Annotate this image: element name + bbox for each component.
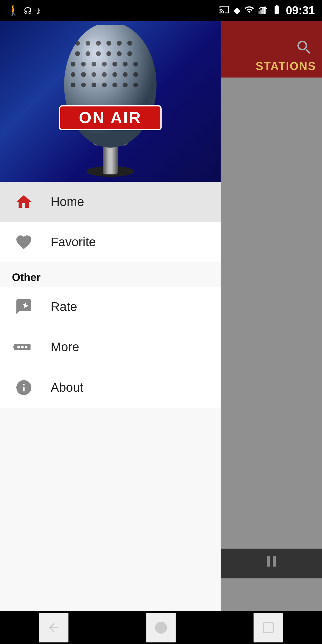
menu-item-home[interactable]: Home — [0, 182, 221, 222]
location-icon: ◆ — [233, 6, 240, 16]
navigation-drawer: ON AIR Home — [0, 21, 221, 611]
app-container: ON AIR Home — [0, 21, 322, 611]
stations-label: STATIONS — [256, 60, 316, 73]
menu-item-favorite[interactable]: Favorite — [0, 222, 221, 262]
home-button[interactable] — [146, 613, 176, 643]
svg-point-43 — [133, 83, 138, 87]
svg-text:ON AIR: ON AIR — [79, 109, 142, 126]
status-bar: 🚶 ☊ ♪ ◆ 09:31 — [0, 0, 322, 21]
rate-label: Rate — [51, 300, 77, 314]
svg-point-20 — [106, 51, 111, 56]
navigation-bar — [0, 611, 322, 644]
svg-point-14 — [106, 41, 111, 46]
menu-list: Home Favorite Other — [0, 182, 221, 611]
svg-point-16 — [127, 41, 132, 46]
svg-point-36 — [133, 72, 138, 77]
svg-rect-0 — [258, 11, 260, 14]
svg-point-38 — [81, 83, 86, 87]
svg-point-35 — [123, 72, 128, 77]
home-icon — [12, 190, 36, 214]
wifi-icon — [244, 4, 254, 17]
svg-point-22 — [127, 51, 132, 56]
heart-icon — [12, 230, 36, 254]
svg-point-17 — [75, 51, 80, 56]
svg-point-52 — [155, 622, 167, 634]
more-icon — [12, 335, 36, 359]
svg-point-21 — [117, 51, 122, 56]
right-panel: STATIONS — [221, 21, 322, 611]
svg-rect-1 — [260, 10, 262, 14]
svg-point-41 — [112, 83, 117, 87]
menu-item-more[interactable]: More — [0, 327, 221, 367]
hero-banner: ON AIR — [0, 21, 221, 182]
svg-rect-53 — [264, 623, 273, 633]
status-left-icons: 🚶 ☊ ♪ — [7, 4, 41, 16]
svg-point-30 — [71, 72, 75, 77]
favorite-label: Favorite — [51, 235, 96, 249]
other-section-header: Other — [0, 262, 221, 287]
svg-point-50 — [21, 346, 24, 349]
right-panel-body — [221, 78, 322, 611]
svg-point-27 — [112, 62, 117, 66]
svg-point-34 — [112, 72, 117, 77]
recent-apps-button[interactable] — [253, 613, 283, 643]
battery-icon — [272, 4, 282, 17]
svg-point-49 — [17, 346, 20, 349]
svg-point-39 — [92, 83, 96, 87]
menu-item-rate[interactable]: Rate — [0, 287, 221, 327]
about-label: About — [51, 380, 83, 395]
signal-icon — [258, 4, 267, 17]
more-label: More — [51, 340, 79, 354]
back-button[interactable] — [39, 613, 69, 643]
svg-point-15 — [117, 41, 122, 46]
right-panel-header: STATIONS — [221, 21, 322, 78]
svg-point-37 — [71, 83, 75, 87]
svg-rect-3 — [264, 7, 266, 14]
microphone-image: ON AIR — [0, 21, 221, 182]
menu-item-about[interactable]: About — [0, 367, 221, 408]
search-icon[interactable] — [295, 38, 313, 60]
info-icon — [12, 376, 36, 400]
person-icon: 🚶 — [7, 4, 20, 16]
svg-point-51 — [25, 346, 27, 349]
player-bar — [221, 549, 322, 578]
svg-point-31 — [81, 72, 86, 77]
rate-icon — [12, 295, 36, 319]
svg-point-11 — [75, 41, 80, 46]
pause-icon[interactable] — [262, 552, 280, 575]
status-time: 09:31 — [286, 4, 315, 17]
svg-rect-2 — [262, 8, 264, 14]
music-icon: ♪ — [36, 5, 41, 16]
camera-icon: ☊ — [24, 5, 32, 16]
svg-point-23 — [71, 62, 75, 66]
svg-point-29 — [133, 62, 138, 66]
home-label: Home — [51, 195, 84, 209]
cast-icon — [219, 4, 229, 17]
svg-point-42 — [123, 83, 128, 87]
status-right-icons: ◆ 09:31 — [219, 4, 315, 17]
svg-point-28 — [123, 62, 128, 66]
